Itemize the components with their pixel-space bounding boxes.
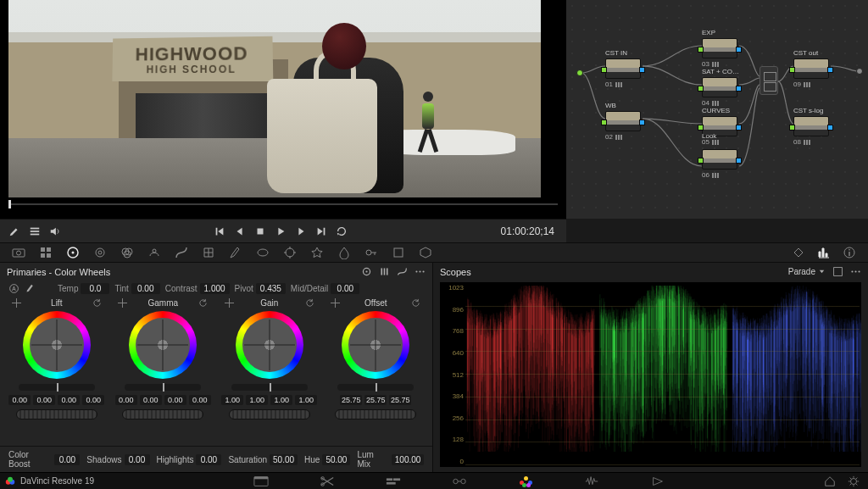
context-menu-icon[interactable] xyxy=(29,225,41,237)
info-icon[interactable] xyxy=(843,246,856,259)
reset-icon[interactable] xyxy=(305,298,314,308)
viewer-timecode[interactable]: 01:00:20;14 xyxy=(501,225,566,237)
keyframe-icon[interactable] xyxy=(792,246,805,259)
viewer-progress[interactable] xyxy=(8,202,558,207)
fairlight-page-icon[interactable] xyxy=(584,475,599,487)
crosshair-icon[interactable] xyxy=(331,298,340,308)
next-frame-icon[interactable] xyxy=(295,225,307,237)
wheel-value[interactable]: 0.00 xyxy=(8,395,31,405)
media-page-icon[interactable] xyxy=(253,475,269,487)
first-frame-icon[interactable] xyxy=(214,225,225,237)
color-boost-value[interactable]: 0.00 xyxy=(54,454,80,465)
prev-frame-icon[interactable] xyxy=(234,225,246,237)
qualifier-icon[interactable] xyxy=(229,246,242,259)
home-icon[interactable] xyxy=(824,475,836,487)
node-graph[interactable]: CST IN01WB02EXP03SAT + CO…04CURVES05Look… xyxy=(566,0,868,219)
scopes-options-icon[interactable] xyxy=(850,266,861,277)
viewer[interactable]: HIGHWOOD HIGH SCHOOL xyxy=(8,0,541,197)
camera-raw-icon[interactable] xyxy=(12,246,25,259)
wheel-value[interactable]: 0.00 xyxy=(58,395,80,405)
log-mode-icon[interactable] xyxy=(397,266,408,277)
wheel-value[interactable]: 0.00 xyxy=(189,395,211,405)
color-wheels-icon[interactable] xyxy=(66,246,80,259)
crosshair-icon[interactable] xyxy=(12,298,21,308)
color-wheel[interactable] xyxy=(23,311,91,379)
jog-wheel[interactable] xyxy=(16,409,97,420)
wheel-value[interactable]: 0.00 xyxy=(140,395,162,405)
wheel-value[interactable]: 1.00 xyxy=(295,395,317,405)
node-sat-co-[interactable]: SAT + CO…04 xyxy=(702,68,737,107)
crosshair-icon[interactable] xyxy=(118,298,127,308)
motion-effects-icon[interactable] xyxy=(147,246,161,259)
hue-value[interactable]: 50.00 xyxy=(322,454,350,465)
y-slider[interactable] xyxy=(337,384,414,391)
jog-wheel[interactable] xyxy=(229,409,310,420)
node-source[interactable] xyxy=(576,69,583,76)
magic-mask-icon[interactable] xyxy=(310,246,324,259)
reset-icon[interactable] xyxy=(92,298,102,308)
node-output[interactable] xyxy=(856,68,863,75)
node-wb[interactable]: WB02 xyxy=(605,102,641,141)
wheel-value[interactable]: 0.00 xyxy=(82,395,104,405)
curves-icon[interactable] xyxy=(175,246,188,259)
node-cst-in[interactable]: CST IN01 xyxy=(605,49,641,88)
color-wheel[interactable] xyxy=(236,311,303,379)
rgb-mixer-icon[interactable] xyxy=(120,246,134,259)
project-settings-icon[interactable] xyxy=(848,475,860,487)
deliver-page-icon[interactable] xyxy=(650,475,665,487)
scopes-mode-select[interactable]: Parade xyxy=(788,267,826,276)
compound-node[interactable] xyxy=(760,66,778,95)
blur-icon[interactable] xyxy=(337,246,351,259)
lum-mix-value[interactable]: 100.00 xyxy=(392,454,424,465)
reset-icon[interactable] xyxy=(411,298,420,308)
node-exp[interactable]: EXP03 xyxy=(702,29,737,68)
scopes-expand-icon[interactable] xyxy=(832,266,843,277)
color-match-icon[interactable] xyxy=(39,246,53,259)
crosshair-icon[interactable] xyxy=(225,298,234,308)
pivot-value[interactable]: 0.435 xyxy=(256,283,286,294)
sizing-icon[interactable] xyxy=(392,246,405,259)
highlights-value[interactable]: 0.00 xyxy=(196,454,221,465)
y-slider[interactable] xyxy=(231,384,308,391)
options-icon[interactable] xyxy=(415,266,426,277)
jog-wheel[interactable] xyxy=(335,409,416,420)
color-warper-icon[interactable] xyxy=(202,246,215,259)
bars-mode-icon[interactable] xyxy=(379,266,390,277)
pick-wb-icon[interactable] xyxy=(25,283,36,294)
cut-page-icon[interactable] xyxy=(320,475,335,487)
wheel-value[interactable]: 1.00 xyxy=(221,395,243,405)
wheels-mode-icon[interactable] xyxy=(361,266,372,277)
wheel-value[interactable]: 25.75 xyxy=(389,395,411,405)
temp-value[interactable]: 0.0 xyxy=(81,283,109,294)
auto-balance-icon[interactable]: A xyxy=(8,283,19,294)
window-icon[interactable] xyxy=(256,246,270,259)
wheel-value[interactable]: 1.00 xyxy=(270,395,292,405)
mid-detail-value[interactable]: 0.00 xyxy=(331,283,359,294)
hdr-icon[interactable] xyxy=(93,246,107,259)
node-cst-s-log[interactable]: CST s-log08 xyxy=(793,107,829,146)
picker-icon[interactable] xyxy=(8,225,20,237)
contrast-value[interactable]: 1.000 xyxy=(200,283,230,294)
node-06[interactable]: 06 xyxy=(702,149,737,179)
color-wheel[interactable] xyxy=(129,311,197,379)
fusion-page-icon[interactable] xyxy=(452,475,467,487)
wheel-value[interactable]: 1.00 xyxy=(246,395,268,405)
stop-icon[interactable] xyxy=(254,225,266,237)
wheel-value[interactable]: 25.75 xyxy=(364,395,387,405)
node-cst-out[interactable]: CST out09 xyxy=(793,49,829,88)
key-icon[interactable] xyxy=(364,246,378,259)
tracking-icon[interactable] xyxy=(283,246,297,259)
edit-page-icon[interactable] xyxy=(386,475,401,487)
scopes-toggle-icon[interactable] xyxy=(817,246,831,259)
wheel-value[interactable]: 0.00 xyxy=(164,395,186,405)
last-frame-icon[interactable] xyxy=(315,225,327,237)
color-wheel[interactable] xyxy=(342,311,409,379)
wheel-value[interactable]: 0.00 xyxy=(33,395,55,405)
loop-icon[interactable] xyxy=(336,225,348,237)
mute-icon[interactable] xyxy=(49,225,61,237)
reset-icon[interactable] xyxy=(198,298,208,308)
wheel-value[interactable]: 0.00 xyxy=(115,395,137,405)
y-slider[interactable] xyxy=(19,384,95,391)
wheel-value[interactable]: 25.75 xyxy=(340,395,362,405)
node-look[interactable]: Look xyxy=(702,132,737,142)
